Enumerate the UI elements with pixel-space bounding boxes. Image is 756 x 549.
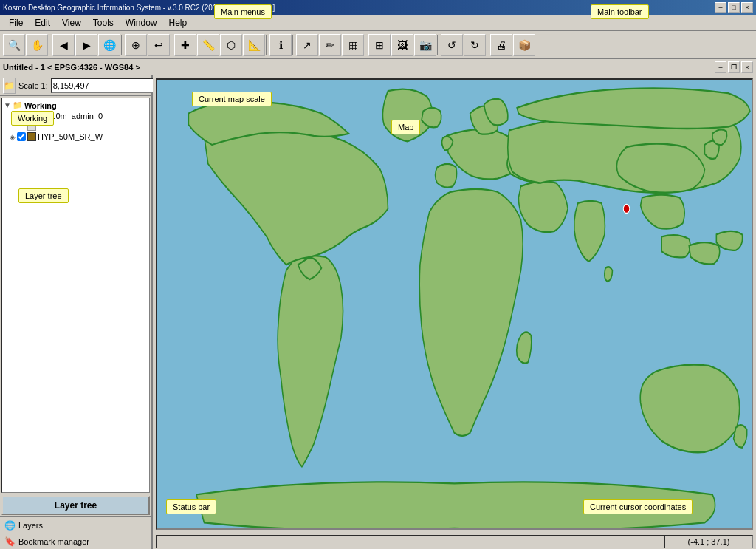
measure-button[interactable]: 📐 (243, 34, 265, 56)
menu-item-tools[interactable]: Tools (87, 16, 120, 30)
undo-button[interactable]: ↺ (441, 34, 463, 56)
select-button[interactable]: ↗ (296, 34, 318, 56)
folder-icon: 📁 (13, 100, 23, 110)
grid-button[interactable]: ⊞ (368, 34, 391, 56)
bookmark-tab[interactable]: 🔖 Bookmark manager (0, 533, 151, 549)
pan-button[interactable]: ✋ (26, 34, 48, 56)
titlebar-title: Kosmo Desktop Geographic Information Sys… (3, 4, 275, 12)
edit-button[interactable]: ✏ (319, 34, 341, 56)
map-restore-button[interactable]: ❐ (728, 61, 740, 73)
working-group[interactable]: ▼ 📁 Working (4, 100, 148, 111)
toolbar-separator (365, 35, 368, 55)
layer2-expand: ◈ (10, 133, 16, 141)
statusbar: (-4.1 ; 37.1) (153, 533, 756, 549)
menu-item-edit[interactable]: Edit (29, 16, 56, 30)
menu-item-help[interactable]: Help (163, 16, 193, 30)
titlebar: Kosmo Desktop Geographic Information Sys… (0, 0, 756, 15)
ext-button[interactable]: 📦 (513, 34, 535, 56)
expand-icon: ▼ (4, 101, 11, 109)
layer-tree-label-text: Layer tree (55, 500, 97, 511)
status-bar-text (156, 535, 664, 548)
main-content: 📁 Scale 1: ▼ ▼ 📁 Working ne_10m_admin_0 (0, 75, 756, 549)
toolbar-separator (487, 35, 489, 55)
zoom-previous-button[interactable]: ↩ (148, 34, 170, 56)
web-button[interactable]: 🌐 (98, 34, 120, 56)
cursor-coordinates: (-4.1 ; 37.1) (664, 535, 753, 548)
layer-sub-item[interactable] (4, 121, 148, 132)
menubar: FileEditViewToolsWindowHelp (0, 15, 756, 31)
layers-icon: 🌐 (4, 520, 16, 531)
right-area: (-4.1 ; 37.1) (153, 75, 756, 549)
working-label: Working (24, 101, 57, 110)
camera-button[interactable]: 📷 (414, 34, 436, 56)
map-window-titlebar: Untitled - 1 < EPSG:4326 - WGS84 > – ❐ × (0, 59, 756, 75)
scale-input[interactable] (51, 78, 157, 93)
toolbar-separator (292, 35, 295, 55)
map-close-button[interactable]: × (741, 61, 753, 73)
toolbar-separator (266, 35, 269, 55)
menu-item-window[interactable]: Window (120, 16, 163, 30)
table-button[interactable]: ▦ (342, 34, 364, 56)
toolbar-separator (171, 35, 173, 55)
bottom-tabs: 🌐 Layers 🔖 Bookmark manager (0, 516, 151, 549)
layer-sub-icon (27, 122, 36, 131)
print-button[interactable]: 🖨 (490, 34, 512, 56)
map-minimize-button[interactable]: – (715, 61, 726, 73)
layer-tree-button[interactable]: Layer tree (1, 496, 150, 515)
titlebar-controls: – □ × (715, 2, 753, 13)
scale-bar: 📁 Scale 1: ▼ (0, 75, 151, 96)
bookmark-tab-label: Bookmark manager (18, 537, 89, 546)
zoom-extent-button[interactable]: ⊕ (125, 34, 147, 56)
svg-point-1 (623, 204, 629, 213)
layer-tree-area: ▼ 📁 Working ne_10m_admin_0 ◈ HYP_50M_SR_… (1, 98, 150, 493)
identify-button[interactable]: ℹ (269, 34, 292, 56)
layer-item-ne10m[interactable]: ne_10m_admin_0 (4, 111, 148, 121)
layer-color-box2 (27, 132, 36, 141)
layer-color-box (27, 112, 36, 120)
map-window-title: Untitled - 1 < EPSG:4326 - WGS84 > (3, 63, 140, 72)
minimize-button[interactable]: – (715, 2, 726, 13)
folder-button[interactable]: 📁 (3, 78, 16, 94)
layer-item-hyp50m[interactable]: ◈ HYP_50M_SR_W (4, 132, 148, 142)
menu-item-file[interactable]: File (3, 16, 29, 30)
draw-point-button[interactable]: ✚ (174, 34, 196, 56)
toolbar-separator (121, 35, 124, 55)
maximize-button[interactable]: □ (728, 2, 740, 13)
layers-tab-label: Layers (18, 521, 43, 530)
back-button[interactable]: ◀ (52, 34, 75, 56)
layer-name-ne10m: ne_10m_admin_0 (38, 112, 103, 120)
menu-item-view[interactable]: View (56, 16, 87, 30)
layer-name-hyp50m: HYP_50M_SR_W (38, 132, 103, 141)
forward-button[interactable]: ▶ (75, 34, 97, 56)
bookmark-icon: 🔖 (4, 536, 16, 547)
map-viewport[interactable] (156, 78, 753, 530)
coordinates-text: (-4.1 ; 37.1) (688, 537, 730, 546)
raster-button[interactable]: 🖼 (391, 34, 413, 56)
toolbar-separator (49, 35, 52, 55)
redo-button[interactable]: ↻ (464, 34, 486, 56)
main-toolbar: 🔍✋◀▶🌐⊕↩✚📏⬡📐ℹ↗✏▦⊞🖼📷↺↻🖨📦 (0, 31, 756, 59)
draw-line-button[interactable]: 📏 (197, 34, 219, 56)
draw-polygon-button[interactable]: ⬡ (220, 34, 242, 56)
layer2-visibility-checkbox[interactable] (17, 132, 26, 141)
toolbar-separator (437, 35, 440, 55)
left-panel: 📁 Scale 1: ▼ ▼ 📁 Working ne_10m_admin_0 (0, 75, 153, 549)
layers-tab[interactable]: 🌐 Layers (0, 516, 151, 533)
layer-visibility-checkbox[interactable] (17, 112, 26, 120)
map-window-controls: – ❐ × (715, 61, 753, 73)
close-button[interactable]: × (741, 2, 753, 13)
zoom-in-button[interactable]: 🔍 (3, 34, 25, 56)
scale-label: Scale 1: (18, 81, 48, 90)
world-map (157, 80, 752, 528)
